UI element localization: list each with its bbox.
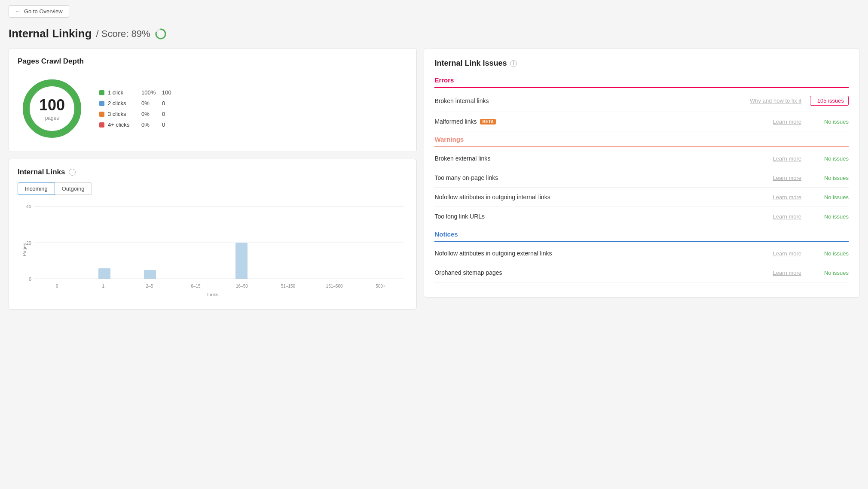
issue-status-too-many: No issues bbox=[810, 175, 849, 181]
issue-name-orphaned: Orphaned sitemap pages bbox=[434, 269, 767, 276]
x-axis-label: Links bbox=[207, 292, 218, 297]
bar-2-5 bbox=[127, 270, 173, 279]
issue-too-many-links: Too many on-page links Learn more No iss… bbox=[434, 168, 849, 188]
errors-section: Errors Broken internal links Why and how… bbox=[434, 76, 849, 131]
learn-more-broken-external[interactable]: Learn more bbox=[767, 155, 801, 162]
issue-name-nofollow-internal: Nofollow attributes in outgoing internal… bbox=[434, 194, 767, 200]
issue-name-broken-internal: Broken internal links bbox=[434, 97, 750, 104]
x-tick-500plus: 500+ bbox=[358, 284, 404, 289]
issue-broken-internal: Broken internal links Why and how to fix… bbox=[434, 90, 849, 112]
issue-name-nofollow-external: Nofollow attributes in outgoing external… bbox=[434, 250, 767, 257]
issue-nofollow-external: Nofollow attributes in outgoing external… bbox=[434, 244, 849, 263]
donut-label: pages bbox=[45, 115, 59, 121]
issues-title: Internal Link Issues i bbox=[434, 59, 849, 68]
y-tick-0: 0 bbox=[29, 276, 34, 282]
issue-long-urls: Too long link URLs Learn more No issues bbox=[434, 207, 849, 226]
learn-more-malformed[interactable]: Learn more bbox=[767, 118, 801, 125]
issue-status-broken-external: No issues bbox=[810, 155, 849, 162]
issue-name-malformed: Malformed links BETA bbox=[434, 118, 767, 125]
arrow-left-icon: ← bbox=[15, 8, 21, 15]
tab-incoming[interactable]: Incoming bbox=[18, 182, 55, 195]
crawl-depth-legend: 1 click 100% 100 2 clicks 0% 0 3 clicks … bbox=[99, 89, 171, 128]
x-tick-16-50: 16–50 bbox=[219, 284, 265, 289]
page-title: Internal Linking bbox=[9, 27, 92, 40]
legend-item-3clicks: 3 clicks 0% 0 bbox=[99, 111, 171, 117]
info-icon[interactable]: i bbox=[69, 169, 76, 176]
page-score: / Score: 89% bbox=[96, 28, 150, 39]
x-tick-2-5: 2–5 bbox=[126, 284, 173, 289]
legend-item-1click: 1 click 100% 100 bbox=[99, 89, 171, 96]
issue-broken-external: Broken external links Learn more No issu… bbox=[434, 149, 849, 168]
learn-more-long-urls[interactable]: Learn more bbox=[767, 213, 801, 220]
score-ring-icon bbox=[155, 28, 167, 40]
back-button[interactable]: ← Go to Overview bbox=[9, 5, 69, 18]
issue-status-orphaned: No issues bbox=[810, 270, 849, 276]
issues-card: Internal Link Issues i Errors Broken int… bbox=[424, 48, 859, 298]
learn-more-broken-internal[interactable]: Why and how to fix it bbox=[750, 97, 801, 104]
learn-more-nofollow-external[interactable]: Learn more bbox=[767, 250, 801, 257]
donut-chart: 100 pages bbox=[18, 74, 86, 143]
x-tick-6-15: 6–15 bbox=[173, 284, 219, 289]
issue-orphaned-sitemap: Orphaned sitemap pages Learn more No iss… bbox=[434, 263, 849, 282]
issue-status-long-urls: No issues bbox=[810, 213, 849, 220]
issues-info-icon[interactable]: i bbox=[510, 60, 517, 67]
legend-item-2clicks: 2 clicks 0% 0 bbox=[99, 100, 171, 106]
issue-name-long-urls: Too long link URLs bbox=[434, 213, 767, 220]
x-tick-51-150: 51–150 bbox=[265, 284, 312, 289]
internal-links-card: Internal Links i Incoming Outgoing Pages… bbox=[9, 159, 417, 310]
x-tick-1: 1 bbox=[80, 284, 127, 289]
issue-name-too-many: Too many on-page links bbox=[434, 174, 767, 181]
legend-item-4clicks: 4+ clicks 0% 0 bbox=[99, 121, 171, 128]
bar-16-50 bbox=[219, 243, 265, 279]
issue-status-broken-internal[interactable]: 105 issues bbox=[810, 96, 849, 106]
learn-more-nofollow-internal[interactable]: Learn more bbox=[767, 194, 801, 200]
notices-header: Notices bbox=[434, 231, 849, 242]
donut-total: 100 bbox=[39, 96, 65, 114]
tab-outgoing[interactable]: Outgoing bbox=[55, 182, 92, 195]
issue-status-nofollow-internal: No issues bbox=[810, 194, 849, 200]
back-button-label: Go to Overview bbox=[24, 8, 63, 15]
crawl-depth-card: Pages Crawl Depth 100 pages 1 click bbox=[9, 48, 417, 152]
issue-nofollow-internal: Nofollow attributes in outgoing internal… bbox=[434, 188, 849, 207]
internal-links-title: Internal Links bbox=[18, 168, 65, 176]
issue-malformed: Malformed links BETA Learn more No issue… bbox=[434, 112, 849, 131]
crawl-depth-title: Pages Crawl Depth bbox=[18, 57, 408, 66]
warnings-header: Warnings bbox=[434, 136, 849, 147]
y-tick-20: 20 bbox=[26, 240, 34, 246]
errors-header: Errors bbox=[434, 76, 849, 88]
issue-name-broken-external: Broken external links bbox=[434, 155, 767, 162]
bar-1 bbox=[82, 268, 128, 279]
learn-more-too-many[interactable]: Learn more bbox=[767, 175, 801, 181]
issue-status-malformed: No issues bbox=[810, 118, 849, 125]
x-tick-151-500: 151–500 bbox=[311, 284, 358, 289]
beta-badge: BETA bbox=[480, 119, 495, 125]
issue-status-nofollow-external: No issues bbox=[810, 250, 849, 257]
x-tick-0: 0 bbox=[34, 284, 80, 289]
learn-more-orphaned[interactable]: Learn more bbox=[767, 270, 801, 276]
warnings-section: Warnings Broken external links Learn mor… bbox=[434, 136, 849, 226]
notices-section: Notices Nofollow attributes in outgoing … bbox=[434, 231, 849, 282]
y-tick-40: 40 bbox=[26, 204, 34, 209]
